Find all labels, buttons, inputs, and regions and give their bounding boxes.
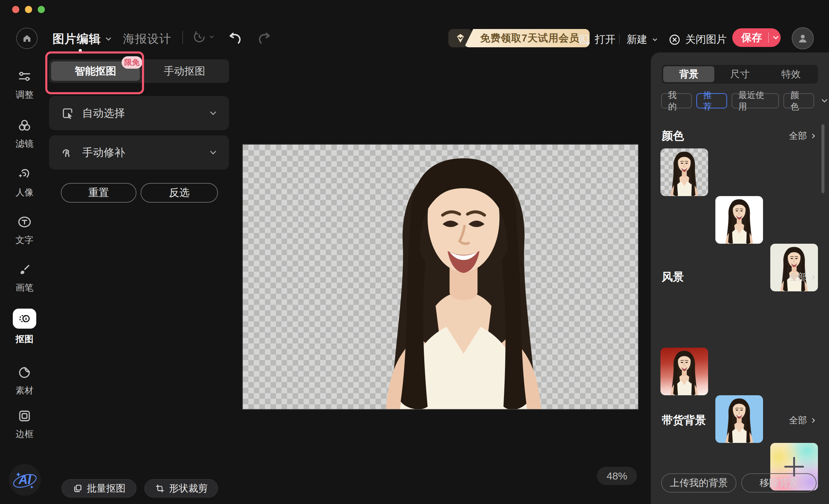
tab-manual-cutout-label: 手动抠图 xyxy=(164,64,205,78)
redo-button[interactable] xyxy=(256,30,272,46)
tab-size[interactable]: 尺寸 xyxy=(714,66,765,82)
minimize-window-button[interactable] xyxy=(25,6,32,13)
filter-chip-row: 我的 推荐 最近使用 颜色 xyxy=(661,93,829,108)
section-title-colors: 颜色 xyxy=(662,128,684,144)
chevron-down-icon xyxy=(651,36,658,43)
auto-select-card[interactable]: 自动选择 xyxy=(49,96,229,130)
ai-assistant-button[interactable]: AI xyxy=(9,464,41,496)
sidebar-item-label: 抠图 xyxy=(16,333,34,345)
chip-color-label: 颜色 xyxy=(790,89,807,112)
tab-effects[interactable]: 特效 xyxy=(765,66,817,82)
background-thumbnail-blue[interactable] xyxy=(715,395,763,443)
products-see-all-link[interactable]: 全部 xyxy=(789,414,817,426)
chevron-down-icon[interactable] xyxy=(208,148,218,157)
sidebar-item-brush[interactable]: 画笔 xyxy=(0,262,49,294)
new-button-label: 新建 xyxy=(627,32,647,47)
chip-recommended-label: 推荐 xyxy=(703,89,720,112)
tab-manual-cutout[interactable]: 手动抠图 xyxy=(140,59,229,83)
chevron-down-icon xyxy=(209,34,215,40)
invert-selection-button[interactable]: 反选 xyxy=(141,183,218,203)
home-button[interactable] xyxy=(16,28,38,49)
sidebar-item-label: 画笔 xyxy=(16,282,34,294)
user-avatar[interactable] xyxy=(792,27,814,49)
background-thumbnail-transparent[interactable] xyxy=(660,148,708,196)
auto-select-icon xyxy=(61,106,75,120)
sliders-icon xyxy=(17,69,32,84)
colors-see-all-link[interactable]: 全部 xyxy=(789,130,817,142)
close-image-label: 关闭图片 xyxy=(685,32,727,47)
batch-cutout-button[interactable]: 批量抠图 xyxy=(61,479,136,497)
manual-repair-label: 手动修补 xyxy=(82,145,125,160)
chevron-down-icon xyxy=(104,35,113,43)
zoom-level-badge[interactable]: 48% xyxy=(597,467,637,485)
filter-circles-icon xyxy=(17,118,32,133)
photo-editor-window: 图片编辑 海报设计 免费领取7天试用会员 xyxy=(0,0,829,504)
background-thumbnail-beige[interactable] xyxy=(770,244,818,291)
tab-background[interactable]: 背景 xyxy=(663,66,714,82)
zoom-level-value: 48% xyxy=(607,470,627,482)
frame-icon xyxy=(17,408,32,424)
sidebar-item-adjust[interactable]: 调整 xyxy=(0,69,49,101)
portrait-photo xyxy=(364,154,563,410)
save-button-label: 保存 xyxy=(732,31,762,45)
sidebar-item-cutout[interactable]: 抠图 xyxy=(0,309,49,345)
canvas[interactable] xyxy=(242,144,639,410)
close-window-button[interactable] xyxy=(12,6,19,13)
tab-image-edit[interactable]: 图片编辑 xyxy=(53,31,113,47)
chevron-down-icon[interactable] xyxy=(820,96,829,105)
see-all-label: 全部 xyxy=(789,414,807,426)
scenes-see-all-link[interactable]: 全部 xyxy=(789,271,817,283)
sidebar-item-material[interactable]: 素材 xyxy=(0,365,49,397)
remove-background-label: 移除背景 xyxy=(760,476,798,490)
sidebar-item-border[interactable]: 边框 xyxy=(0,408,49,440)
upload-background-button[interactable]: 上传我的背景 xyxy=(661,473,736,493)
tab-poster-design[interactable]: 海报设计 xyxy=(123,31,171,47)
chip-recently-used[interactable]: 最近使用 xyxy=(732,93,779,108)
ai-assistant-label: AI xyxy=(19,473,31,487)
tab-size-label: 尺寸 xyxy=(730,68,750,81)
chevron-right-icon xyxy=(810,132,817,140)
undo-button[interactable] xyxy=(227,30,243,46)
tab-effects-label: 特效 xyxy=(781,68,801,81)
chip-mine-label: 我的 xyxy=(668,89,685,112)
remove-background-button[interactable]: 移除背景 xyxy=(741,473,817,493)
save-button[interactable]: 保存 xyxy=(732,28,781,47)
chevron-down-icon[interactable] xyxy=(772,33,780,42)
sidebar-item-label: 文字 xyxy=(16,234,34,246)
sidebar-item-label: 素材 xyxy=(16,385,34,397)
new-button[interactable]: 新建 xyxy=(627,32,658,47)
shape-crop-label: 形状裁剪 xyxy=(169,482,208,495)
portrait-preview xyxy=(722,197,757,244)
chip-mine[interactable]: 我的 xyxy=(661,93,692,108)
vip-trial-banner-label: 免费领取7天试用会员 xyxy=(464,29,590,47)
panel-scrollbar[interactable] xyxy=(821,124,825,193)
see-all-label: 全部 xyxy=(789,271,807,283)
sidebar-item-label: 边框 xyxy=(16,428,34,440)
sidebar-item-filter[interactable]: 滤镜 xyxy=(0,118,49,150)
sidebar-item-text[interactable]: 文字 xyxy=(0,214,49,246)
manual-repair-card[interactable]: 手动修补 xyxy=(49,135,229,169)
chevron-down-icon[interactable] xyxy=(208,108,218,118)
home-icon xyxy=(22,33,32,43)
topbar-divider-2 xyxy=(619,34,620,43)
chip-color[interactable]: 颜色 xyxy=(783,93,814,108)
shape-crop-button[interactable]: 形状裁剪 xyxy=(144,479,218,497)
zoom-window-button[interactable] xyxy=(38,6,45,13)
close-image-button[interactable]: 关闭图片 xyxy=(668,32,727,47)
vip-trial-banner[interactable]: 免费领取7天试用会员 xyxy=(448,29,590,47)
background-thumbnail-white[interactable] xyxy=(715,196,763,244)
open-button[interactable]: 打开 xyxy=(578,32,616,47)
save-split-divider xyxy=(768,32,769,43)
sidebar-item-portrait[interactable]: 人像 xyxy=(0,167,49,198)
annotation-highlight-box xyxy=(45,51,144,94)
tab-background-label: 背景 xyxy=(679,68,698,81)
sidebar-item-label: 调整 xyxy=(16,89,34,101)
history-button[interactable] xyxy=(192,30,215,44)
chip-recommended[interactable]: 推荐 xyxy=(696,93,727,108)
sticker-icon xyxy=(17,365,32,380)
background-thumbnail-red-gradient[interactable] xyxy=(660,348,708,395)
cutout-icon xyxy=(13,309,36,329)
reset-button[interactable]: 重置 xyxy=(61,183,136,203)
tab-poster-design-label: 海报设计 xyxy=(123,31,171,47)
background-panel: 背景 尺寸 特效 我的 推荐 最近使用 颜色 颜色 全部 xyxy=(651,52,829,504)
